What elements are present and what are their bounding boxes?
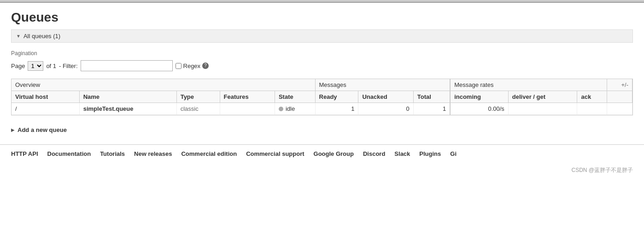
footer-links: HTTP APIDocumentationTutorialsNew releas… — [0, 144, 644, 163]
regex-label: Regex — [183, 63, 201, 69]
state-dot-icon — [279, 107, 283, 111]
col-deliver-get: deliver / get — [508, 91, 577, 103]
table-row[interactable]: /simpleTest.queueclassicidle1010.00/s — [12, 103, 632, 115]
col-virtual-host: Virtual host — [12, 91, 79, 103]
watermark: CSDN @蓝胖子不是胖子 — [0, 163, 644, 178]
col-state: State — [275, 91, 315, 103]
plus-minus-button[interactable]: +/- — [607, 79, 632, 91]
table-cell — [220, 103, 275, 115]
table-cell: 1 — [413, 103, 450, 115]
page-label: Page — [11, 63, 25, 69]
pagination-section: Pagination Page 1 of 1 - Filter: Regex ? — [11, 50, 633, 71]
table-cell: idle — [275, 103, 315, 115]
footer-link[interactable]: Gi — [450, 150, 457, 157]
add-queue-label: Add a new queue — [18, 126, 67, 133]
section-header-row: Overview Messages Message rates +/- — [12, 79, 632, 91]
table-cell: simpleTest.queue — [79, 103, 176, 115]
col-name: Name — [79, 91, 176, 103]
message-rates-header: Message rates — [450, 79, 607, 91]
footer-link[interactable]: Commercial edition — [181, 150, 237, 157]
all-queues-label: All queues (1) — [23, 33, 60, 40]
footer-link[interactable]: Google Group — [314, 150, 354, 157]
pagination-controls: Page 1 of 1 - Filter: Regex ? — [11, 60, 633, 71]
table-cell — [577, 103, 607, 115]
help-icon[interactable]: ? — [202, 63, 209, 69]
add-queue-section[interactable]: ▶ Add a new queue — [11, 123, 633, 137]
table-cell: 0.00/s — [450, 103, 508, 115]
page-select[interactable]: 1 — [28, 61, 43, 71]
queues-table: Overview Messages Message rates +/- Virt… — [12, 79, 632, 115]
table-cell: 0 — [358, 103, 413, 115]
col-header-row: Virtual host Name Type Features State Re… — [12, 91, 632, 103]
col-unacked: Unacked — [358, 91, 413, 103]
col-ack: ack — [577, 91, 607, 103]
table-cell: 1 — [315, 103, 358, 115]
col-empty — [607, 91, 632, 103]
footer-link[interactable]: Plugins — [419, 150, 441, 157]
col-ready: Ready — [315, 91, 358, 103]
footer-link[interactable]: Documentation — [47, 150, 91, 157]
filter-input[interactable] — [81, 60, 173, 71]
col-incoming: incoming — [450, 91, 508, 103]
regex-section: Regex ? — [176, 63, 209, 69]
footer-link[interactable]: Tutorials — [100, 150, 125, 157]
footer-link[interactable]: New releases — [134, 150, 172, 157]
table-cell: classic — [176, 103, 220, 115]
filter-label: - Filter: — [59, 63, 77, 69]
of-label: of 1 — [46, 63, 56, 69]
overview-header: Overview — [12, 79, 315, 91]
page-title: Queues — [11, 10, 633, 25]
table-cell — [508, 103, 577, 115]
table-cell: / — [12, 103, 79, 115]
col-total: Total — [413, 91, 450, 103]
col-type: Type — [176, 91, 220, 103]
messages-header: Messages — [315, 79, 450, 91]
col-features: Features — [220, 91, 275, 103]
footer-link[interactable]: Discord — [363, 150, 385, 157]
expand-triangle-icon: ▶ — [11, 127, 15, 132]
collapse-triangle-icon: ▼ — [16, 34, 21, 39]
pagination-label: Pagination — [11, 50, 633, 57]
table-cell — [607, 103, 632, 115]
footer-link[interactable]: Slack — [394, 150, 410, 157]
all-queues-bar[interactable]: ▼ All queues (1) — [11, 29, 633, 43]
regex-checkbox[interactable] — [176, 63, 181, 69]
footer-link[interactable]: Commercial support — [246, 150, 304, 157]
footer-link[interactable]: HTTP API — [11, 150, 38, 157]
queues-table-wrapper: Overview Messages Message rates +/- Virt… — [11, 79, 633, 115]
